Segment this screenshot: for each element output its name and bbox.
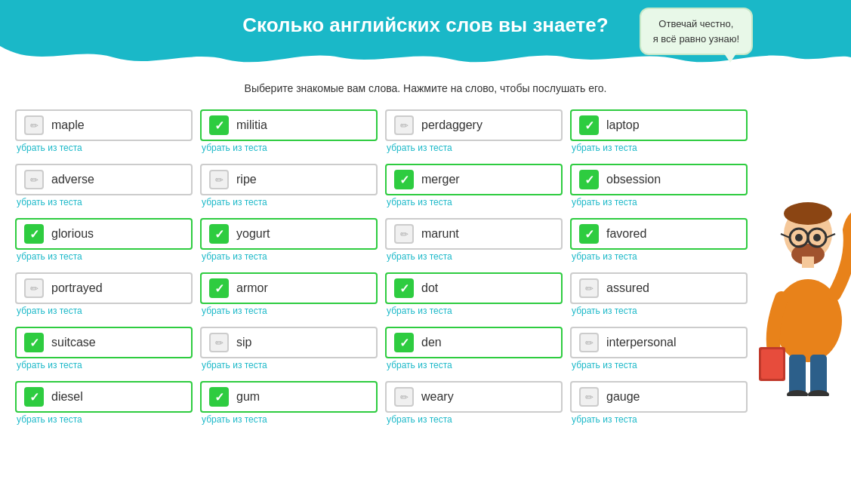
checkbox-gauge — [579, 387, 599, 407]
word-cell-militia: militiaубрать из теста — [200, 109, 378, 158]
word-box-gum[interactable]: gum — [200, 381, 378, 413]
checkbox-laptop — [579, 115, 599, 135]
word-box-glorious[interactable]: glorious — [15, 218, 193, 250]
word-text-sip: sip — [236, 336, 251, 349]
remove-link-gum[interactable]: убрать из теста — [202, 414, 378, 425]
remove-link-marunt[interactable]: убрать из теста — [387, 251, 563, 262]
word-box-assured[interactable]: assured — [570, 272, 748, 304]
character-svg — [748, 109, 851, 396]
bubble-line2: я всё равно узнаю! — [653, 33, 739, 45]
word-text-merger: merger — [421, 173, 460, 186]
word-box-ripe[interactable]: ripe — [200, 164, 378, 195]
word-cell-merger: mergerубрать из теста — [385, 164, 563, 212]
word-text-adverse: adverse — [51, 173, 94, 186]
checkbox-adverse — [24, 170, 44, 189]
word-box-merger[interactable]: merger — [385, 164, 563, 195]
remove-link-ripe[interactable]: убрать из теста — [202, 197, 378, 207]
remove-link-perdaggery[interactable]: убрать из теста — [387, 143, 563, 153]
word-text-obsession: obsession — [606, 173, 661, 186]
word-text-dot: dot — [421, 281, 438, 295]
word-cell-dot: dotубрать из теста — [385, 272, 563, 321]
remove-link-weary[interactable]: убрать из теста — [387, 414, 563, 425]
remove-link-suitcase[interactable]: убрать из теста — [17, 360, 193, 370]
svg-point-2 — [784, 202, 832, 225]
word-text-yogurt: yogurt — [236, 227, 270, 241]
svg-point-10 — [813, 234, 821, 241]
remove-link-militia[interactable]: убрать из теста — [202, 143, 378, 153]
subtitle: Выберите знакомые вам слова. Нажмите на … — [0, 69, 851, 102]
remove-link-interpersonal[interactable]: убрать из теста — [572, 360, 748, 370]
word-box-armor[interactable]: armor — [200, 272, 378, 304]
word-box-militia[interactable]: militia — [200, 109, 378, 141]
word-cell-assured: assuredубрать из теста — [570, 272, 748, 321]
word-cell-maple: mapleубрать из теста — [15, 109, 193, 158]
word-box-gauge[interactable]: gauge — [570, 381, 748, 413]
remove-link-yogurt[interactable]: убрать из теста — [202, 251, 378, 262]
remove-link-portrayed[interactable]: убрать из теста — [17, 306, 193, 316]
word-text-marunt: marunt — [421, 227, 459, 241]
checkbox-militia — [209, 115, 229, 135]
word-cell-yogurt: yogurtубрать из теста — [200, 218, 378, 266]
word-cell-sip: sipубрать из теста — [200, 327, 378, 375]
speech-bubble: Отвечай честно, я всё равно узнаю! — [640, 8, 753, 55]
word-box-portrayed[interactable]: portrayed — [15, 272, 193, 304]
word-box-diesel[interactable]: diesel — [15, 381, 193, 413]
word-box-weary[interactable]: weary — [385, 381, 563, 413]
remove-link-adverse[interactable]: убрать из теста — [17, 197, 193, 207]
remove-link-den[interactable]: убрать из теста — [387, 360, 563, 370]
word-cell-weary: wearyубрать из теста — [385, 381, 563, 429]
word-box-marunt[interactable]: marunt — [385, 218, 563, 250]
checkbox-favored — [579, 224, 599, 244]
checkbox-perdaggery — [394, 115, 414, 135]
word-cell-den: denубрать из теста — [385, 327, 563, 375]
word-text-militia: militia — [236, 118, 267, 132]
word-text-perdaggery: perdaggery — [421, 118, 483, 132]
remove-link-glorious[interactable]: убрать из теста — [17, 251, 193, 262]
word-cell-suitcase: suitcaseубрать из теста — [15, 327, 193, 375]
remove-link-diesel[interactable]: убрать из теста — [17, 414, 193, 425]
word-box-interpersonal[interactable]: interpersonal — [570, 327, 748, 358]
remove-link-obsession[interactable]: убрать из теста — [572, 197, 748, 207]
word-text-suitcase: suitcase — [51, 336, 96, 349]
word-cell-adverse: adverseубрать из теста — [15, 164, 193, 212]
word-box-suitcase[interactable]: suitcase — [15, 327, 193, 358]
remove-link-favored[interactable]: убрать из теста — [572, 251, 748, 262]
checkbox-sip — [209, 333, 229, 352]
word-box-sip[interactable]: sip — [200, 327, 378, 358]
word-cell-favored: favoredубрать из теста — [570, 218, 748, 266]
remove-link-sip[interactable]: убрать из теста — [202, 360, 378, 370]
checkbox-ripe — [209, 170, 229, 189]
checkbox-dot — [394, 278, 414, 298]
word-box-den[interactable]: den — [385, 327, 563, 358]
word-box-yogurt[interactable]: yogurt — [200, 218, 378, 250]
checkbox-maple — [24, 115, 44, 135]
word-box-laptop[interactable]: laptop — [570, 109, 748, 141]
word-text-interpersonal: interpersonal — [606, 336, 677, 349]
remove-link-merger[interactable]: убрать из теста — [387, 197, 563, 207]
remove-link-maple[interactable]: убрать из теста — [17, 143, 193, 153]
checkbox-interpersonal — [579, 333, 599, 352]
word-cell-armor: armorубрать из теста — [200, 272, 378, 321]
word-box-favored[interactable]: favored — [570, 218, 748, 250]
word-text-gauge: gauge — [606, 390, 640, 404]
word-box-dot[interactable]: dot — [385, 272, 563, 304]
word-text-maple: maple — [51, 118, 85, 132]
word-text-glorious: glorious — [51, 227, 94, 241]
checkbox-gum — [209, 387, 229, 407]
word-box-obsession[interactable]: obsession — [570, 164, 748, 195]
word-cell-glorious: gloriousубрать из теста — [15, 218, 193, 266]
remove-link-laptop[interactable]: убрать из теста — [572, 143, 748, 153]
remove-link-dot[interactable]: убрать из теста — [387, 306, 563, 316]
word-box-adverse[interactable]: adverse — [15, 164, 193, 195]
word-box-perdaggery[interactable]: perdaggery — [385, 109, 563, 141]
word-text-weary: weary — [421, 390, 454, 404]
remove-link-gauge[interactable]: убрать из теста — [572, 414, 748, 425]
word-text-favored: favored — [606, 227, 646, 241]
svg-rect-22 — [802, 257, 814, 268]
checkbox-yogurt — [209, 224, 229, 244]
word-cell-perdaggery: perdaggeryубрать из теста — [385, 109, 563, 158]
remove-link-assured[interactable]: убрать из теста — [572, 306, 748, 316]
word-text-assured: assured — [606, 281, 649, 295]
word-box-maple[interactable]: maple — [15, 109, 193, 141]
remove-link-armor[interactable]: убрать из теста — [202, 306, 378, 316]
